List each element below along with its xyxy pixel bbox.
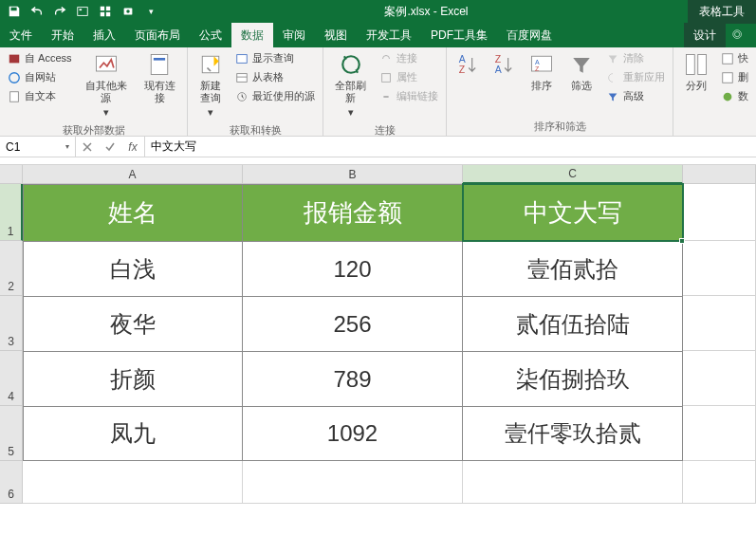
svg-rect-12 bbox=[10, 91, 19, 102]
svg-rect-30 bbox=[698, 55, 707, 75]
tab-data[interactable]: 数据 bbox=[231, 23, 273, 47]
table-header-cell[interactable]: 姓名 bbox=[23, 184, 243, 241]
fx-icon[interactable]: fx bbox=[121, 140, 144, 154]
cell[interactable] bbox=[243, 461, 463, 504]
clear-filter-button[interactable]: 清除 bbox=[602, 49, 669, 67]
table-cell[interactable]: 夜华 bbox=[23, 296, 243, 351]
table-header-cell[interactable]: 报销金额 bbox=[243, 184, 463, 241]
svg-rect-5 bbox=[106, 12, 110, 16]
tab-design[interactable]: 设计 bbox=[684, 23, 726, 47]
filter-button[interactable]: 筛选 bbox=[562, 49, 600, 94]
group-sort-filter: AZ ZA AZ排序 筛选 清除 重新应用 高级 排序和筛选 bbox=[447, 47, 673, 136]
svg-rect-31 bbox=[723, 53, 733, 64]
svg-point-33 bbox=[724, 92, 732, 101]
tab-baidu[interactable]: 百度网盘 bbox=[497, 23, 562, 47]
enter-formula-button[interactable] bbox=[99, 141, 121, 153]
cell[interactable] bbox=[683, 351, 756, 406]
text-to-columns-button[interactable]: 分列 bbox=[677, 49, 715, 94]
flash-fill-button[interactable]: 快 bbox=[717, 49, 752, 67]
from-web-button[interactable]: 自网站 bbox=[4, 68, 76, 86]
new-query-button[interactable]: 新建 查询▾ bbox=[192, 49, 230, 121]
column-header-a[interactable]: A bbox=[23, 165, 243, 184]
row-header-5[interactable]: 5 bbox=[0, 406, 23, 461]
column-header-d[interactable] bbox=[683, 165, 756, 184]
remove-duplicates-button[interactable]: 删 bbox=[717, 68, 752, 86]
tab-insert[interactable]: 插入 bbox=[83, 23, 125, 47]
row-header-2[interactable]: 2 bbox=[0, 241, 23, 296]
table-header-cell[interactable]: 中文大写 bbox=[463, 184, 683, 241]
spreadsheet-grid: A B C 1 2 3 4 5 6 姓名 报销金额 中文大写 白浅 120 bbox=[0, 165, 756, 504]
tab-pdf[interactable]: PDF工具集 bbox=[421, 23, 497, 47]
sort-desc-button[interactable]: ZA bbox=[487, 49, 521, 80]
tab-review[interactable]: 审阅 bbox=[273, 23, 315, 47]
tell-me[interactable] bbox=[726, 23, 756, 47]
column-header-b[interactable]: B bbox=[243, 165, 463, 184]
from-table-button[interactable]: 从表格 bbox=[231, 68, 319, 86]
quick-access-toolbar: ▾ bbox=[0, 1, 165, 22]
svg-text:A: A bbox=[535, 59, 540, 65]
svg-rect-4 bbox=[101, 12, 104, 16]
tab-view[interactable]: 视图 bbox=[315, 23, 357, 47]
recent-sources-button[interactable]: 最近使用的源 bbox=[231, 87, 319, 105]
advanced-filter-button[interactable]: 高级 bbox=[602, 87, 669, 105]
from-access-button[interactable]: 自 Access bbox=[4, 49, 76, 67]
from-other-button[interactable]: 自其他来源▾ bbox=[78, 49, 135, 121]
tab-formulas[interactable]: 公式 bbox=[190, 23, 231, 47]
row-header-3[interactable]: 3 bbox=[0, 296, 23, 351]
group-label bbox=[677, 120, 752, 136]
cell[interactable] bbox=[683, 296, 756, 351]
refresh-all-button[interactable]: 全部刷新▾ bbox=[327, 49, 374, 121]
tab-developer[interactable]: 开发工具 bbox=[357, 23, 421, 47]
properties-button[interactable]: 属性 bbox=[376, 68, 442, 86]
qat-button-3[interactable] bbox=[118, 1, 138, 22]
redo-button[interactable] bbox=[49, 1, 70, 22]
table-cell[interactable]: 120 bbox=[243, 241, 463, 296]
edit-links-button[interactable]: 编辑链接 bbox=[376, 87, 442, 105]
cell[interactable] bbox=[463, 461, 683, 504]
connections-button[interactable]: 连接 bbox=[376, 49, 442, 67]
table-cell[interactable]: 折颜 bbox=[23, 351, 243, 406]
from-text-button[interactable]: 自文本 bbox=[4, 87, 76, 105]
select-all-corner[interactable] bbox=[0, 165, 23, 184]
reapply-button[interactable]: 重新应用 bbox=[602, 68, 669, 86]
table-cell[interactable]: 壹仟零玖拾贰 bbox=[463, 406, 683, 461]
row-header-6[interactable]: 6 bbox=[0, 461, 23, 504]
name-box[interactable]: C1▾ bbox=[0, 137, 76, 157]
tab-file[interactable]: 文件 bbox=[0, 23, 42, 47]
table-cell[interactable]: 256 bbox=[243, 296, 463, 351]
existing-connections-button[interactable]: 现有连接 bbox=[137, 49, 184, 106]
sort-button[interactable]: AZ排序 bbox=[523, 49, 561, 94]
qat-button-2[interactable] bbox=[95, 1, 116, 22]
table-cell[interactable]: 柒佰捌拾玖 bbox=[463, 351, 683, 406]
svg-text:Z: Z bbox=[535, 65, 540, 72]
column-header-c[interactable]: C bbox=[463, 165, 683, 184]
data-validation-button[interactable]: 数 bbox=[717, 87, 752, 105]
cell[interactable] bbox=[683, 241, 756, 296]
qat-customize[interactable]: ▾ bbox=[140, 1, 161, 22]
window-title: 案例.xlsx - Excel bbox=[165, 4, 688, 20]
tab-home[interactable]: 开始 bbox=[42, 23, 83, 47]
qat-button-1[interactable] bbox=[72, 1, 93, 22]
cell[interactable] bbox=[23, 461, 243, 504]
table-cell[interactable]: 壹佰贰拾 bbox=[463, 241, 683, 296]
cancel-formula-button[interactable] bbox=[76, 141, 99, 153]
row-header-1[interactable]: 1 bbox=[0, 184, 23, 241]
save-button[interactable] bbox=[4, 1, 25, 22]
cell[interactable] bbox=[683, 461, 756, 504]
table-cell[interactable]: 贰佰伍拾陆 bbox=[463, 296, 683, 351]
table-cell[interactable]: 凤九 bbox=[23, 406, 243, 461]
row-header-4[interactable]: 4 bbox=[0, 351, 23, 406]
undo-button[interactable] bbox=[27, 1, 47, 22]
sort-asc-button[interactable]: AZ bbox=[451, 49, 485, 80]
table-cell[interactable]: 789 bbox=[243, 351, 463, 406]
svg-rect-29 bbox=[687, 55, 695, 75]
table-cell[interactable]: 白浅 bbox=[23, 241, 243, 296]
cell[interactable] bbox=[683, 406, 756, 461]
cell[interactable] bbox=[683, 184, 756, 241]
tab-page-layout[interactable]: 页面布局 bbox=[125, 23, 190, 47]
fill-handle[interactable] bbox=[679, 238, 685, 244]
show-queries-button[interactable]: 显示查询 bbox=[231, 49, 319, 67]
formula-input[interactable]: 中文大写 bbox=[145, 137, 756, 157]
svg-rect-0 bbox=[78, 8, 88, 16]
table-cell[interactable]: 1092 bbox=[243, 406, 463, 461]
